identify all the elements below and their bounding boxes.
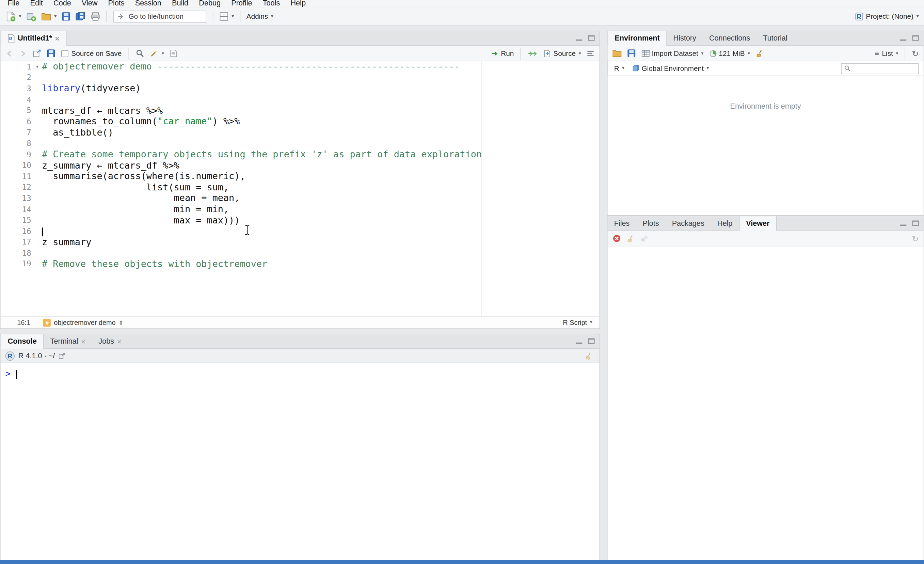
code-text[interactable]: max = max))) — [39, 215, 240, 226]
compile-report-button[interactable] — [168, 48, 179, 59]
tab-help[interactable]: Help — [711, 216, 739, 230]
memory-usage-button[interactable]: 121 MiB ▾ — [707, 48, 752, 59]
tab-packages[interactable]: Packages — [666, 216, 711, 230]
minimize-icon[interactable] — [900, 35, 906, 41]
checkbox-icon[interactable] — [61, 50, 68, 57]
code-line[interactable]: 17z_summary — [1, 237, 600, 248]
menu-session[interactable]: Session — [130, 0, 166, 8]
code-line[interactable]: 15 max = max))) — [1, 215, 600, 226]
menu-tools[interactable]: Tools — [257, 0, 285, 8]
file-type-selector[interactable]: R Script ▾ — [563, 319, 592, 326]
code-line[interactable]: 9# Create some temporary objects using t… — [1, 149, 600, 160]
code-text[interactable]: # Remove these objects with objectremove… — [39, 259, 267, 269]
r-logo-icon[interactable]: R — [6, 351, 15, 361]
menu-edit[interactable]: Edit — [25, 0, 48, 8]
code-line[interactable]: 4 — [1, 94, 600, 105]
clear-viewer-button[interactable] — [610, 233, 623, 244]
code-line[interactable]: 13 mean = mean, — [1, 193, 600, 204]
code-line[interactable]: 12 list(sum = sum, — [1, 182, 600, 193]
code-text[interactable]: mtcars_df ← mtcars %>% — [39, 105, 163, 116]
clear-console-button[interactable] — [583, 350, 595, 361]
code-text[interactable]: z_summary — [39, 237, 91, 248]
menu-build[interactable]: Build — [166, 0, 194, 8]
source-button[interactable]: Source ▾ — [541, 48, 583, 59]
tab-history[interactable]: History — [667, 32, 702, 46]
code-text[interactable]: # Create some temporary objects using th… — [39, 149, 482, 160]
tab-jobs[interactable]: Jobs× — [92, 334, 128, 348]
open-file-button[interactable]: ▾ — [39, 11, 58, 22]
save-all-button[interactable] — [74, 11, 88, 23]
code-line[interactable]: 18 — [1, 248, 600, 259]
goto-file-input[interactable] — [128, 12, 203, 21]
code-line[interactable]: 1▾# objectremover demo -----------------… — [1, 61, 600, 72]
rerun-button[interactable] — [526, 48, 539, 59]
code-line[interactable]: 6 rownames_to_column("car_name") %>% — [1, 116, 600, 127]
global-environment-selector[interactable]: Global Environment ▾ — [630, 63, 711, 74]
tab-plots[interactable]: Plots — [636, 216, 665, 230]
code-tools-button[interactable]: ▾ — [148, 48, 166, 59]
tab-terminal[interactable]: Terminal× — [44, 334, 92, 348]
clear-all-viewer-button[interactable] — [625, 233, 637, 244]
project-menu-button[interactable]: Project: (None) ▾ — [853, 11, 921, 23]
code-text[interactable]: library(tidyverse) — [39, 83, 141, 94]
document-outline-button[interactable] — [585, 48, 597, 59]
menu-view[interactable]: View — [76, 0, 103, 8]
code-line[interactable]: 5mtcars_df ← mtcars %>% — [1, 105, 600, 116]
tab-environment[interactable]: Environment — [608, 32, 667, 46]
save-workspace-button[interactable] — [626, 48, 638, 59]
code-line[interactable]: 3library(tidyverse) — [1, 83, 600, 94]
code-text[interactable]: z_summary ← mtcars_df %>% — [39, 160, 179, 171]
list-view-button[interactable]: ≡ List ▾ — [873, 48, 900, 59]
tab-console[interactable]: Console — [1, 334, 44, 349]
tab-viewer[interactable]: Viewer — [739, 216, 777, 231]
tab-connections[interactable]: Connections — [703, 32, 756, 46]
console-body[interactable]: > — [1, 363, 600, 564]
menu-file[interactable]: File — [2, 0, 25, 8]
environment-search-input[interactable] — [853, 64, 915, 73]
close-icon[interactable]: × — [55, 35, 60, 42]
code-text[interactable] — [39, 226, 43, 236]
menu-profile[interactable]: Profile — [226, 0, 258, 8]
tab-untitled1[interactable]: Untitled1* × — [1, 32, 67, 46]
code-text[interactable]: # objectremover demo -------------------… — [39, 62, 460, 72]
code-text[interactable]: rownames_to_column("car_name") %>% — [39, 116, 240, 127]
popout-editor-button[interactable] — [31, 48, 43, 59]
tab-tutorial[interactable]: Tutorial — [756, 32, 794, 46]
save-button[interactable] — [60, 11, 72, 23]
find-replace-button[interactable] — [134, 48, 146, 59]
close-icon[interactable]: × — [117, 337, 122, 345]
refresh-viewer-button[interactable]: ↻ — [910, 233, 921, 244]
code-text[interactable]: list(sum = sum, — [39, 182, 229, 193]
menu-plots[interactable]: Plots — [103, 0, 130, 8]
import-dataset-button[interactable]: Import Dataset ▾ — [639, 48, 705, 59]
code-text[interactable]: summarise(across(where(is.numeric), — [39, 171, 246, 182]
clear-environment-button[interactable] — [754, 48, 766, 59]
code-line[interactable]: 11 summarise(across(where(is.numeric), — [1, 171, 600, 182]
code-line[interactable]: 8 — [1, 138, 600, 149]
code-text[interactable]: as_tibble() — [39, 127, 113, 138]
nav-back-button[interactable] — [3, 48, 15, 59]
run-button[interactable]: Run — [489, 48, 516, 59]
pane-layout-button[interactable]: ▾ — [218, 11, 236, 23]
publish-button[interactable] — [638, 233, 651, 243]
open-in-new-icon[interactable] — [58, 352, 66, 359]
close-icon[interactable]: × — [81, 337, 86, 345]
code-line[interactable]: 10z_summary ← mtcars_df %>% — [1, 160, 600, 171]
maximize-icon[interactable] — [588, 338, 595, 344]
maximize-icon[interactable] — [912, 35, 919, 41]
refresh-environment-button[interactable]: ↻ — [910, 48, 921, 59]
r-version-selector[interactable]: R ▾ — [612, 63, 627, 74]
minimize-icon[interactable] — [900, 220, 906, 226]
code-line[interactable]: 14 min = min, — [1, 204, 600, 215]
code-line[interactable]: 7 as_tibble() — [1, 127, 600, 138]
code-line[interactable]: 19# Remove these objects with objectremo… — [1, 259, 600, 269]
tab-files[interactable]: Files — [608, 216, 636, 230]
source-on-save-toggle[interactable]: Source on Save — [61, 50, 122, 57]
minimize-icon[interactable] — [576, 338, 582, 344]
section-navigator[interactable]: # objectremover demo ⇕ — [43, 319, 124, 326]
print-button[interactable] — [89, 11, 102, 23]
menu-code[interactable]: Code — [48, 0, 76, 8]
save-file-button[interactable] — [45, 48, 57, 59]
code-line[interactable]: 16 — [1, 226, 600, 237]
new-file-button[interactable]: ▾ — [3, 10, 23, 23]
